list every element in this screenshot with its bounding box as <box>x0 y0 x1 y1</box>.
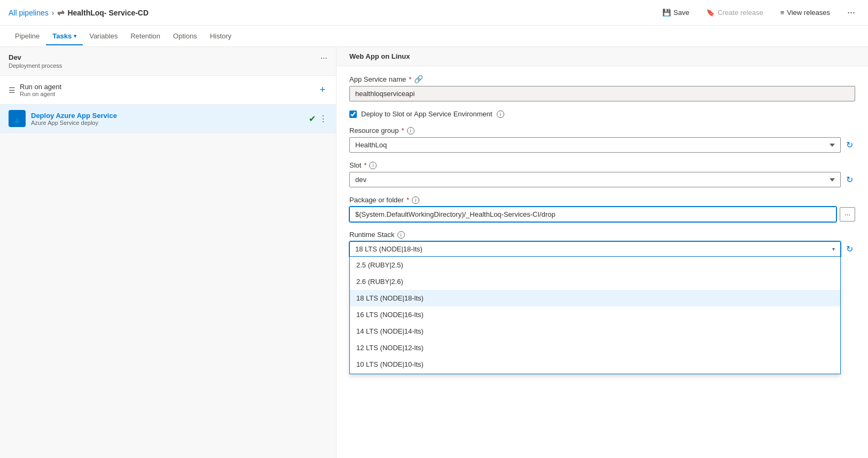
package-folder-label: Package or folder * i <box>349 196 855 204</box>
all-pipelines-link[interactable]: All pipelines <box>9 9 49 17</box>
runtime-stack-dropdown-list: 2.5 (RUBY|2.5) 2.6 (RUBY|2.6) 18 LTS (NO… <box>349 257 841 374</box>
task-subtitle: Azure App Service deploy <box>31 120 303 126</box>
link-icon[interactable]: 🔗 <box>414 75 423 83</box>
task-more-button[interactable]: ⋮ <box>319 114 327 124</box>
resource-group-select[interactable]: HealthLoq <box>349 137 841 153</box>
stage-info: Dev Deployment process <box>9 53 62 69</box>
deploy-to-slot-checkbox[interactable] <box>349 110 357 118</box>
deploy-to-slot-info-icon[interactable]: i <box>497 110 504 118</box>
runtime-option-node18[interactable]: 18 LTS (NODE|18-lts) <box>350 290 840 306</box>
runtime-stack-label: Runtime Stack i <box>349 231 855 239</box>
save-icon: 💾 <box>662 9 671 17</box>
task-item[interactable]: Deploy Azure App Service Azure App Servi… <box>0 105 336 133</box>
package-folder-input[interactable] <box>349 207 836 222</box>
add-task-button[interactable]: + <box>317 82 327 98</box>
runtime-option-node10[interactable]: 10 LTS (NODE|10-lts) <box>350 356 840 373</box>
slot-label: Slot * i <box>349 161 855 169</box>
task-status: ✔ ⋮ <box>309 114 327 124</box>
stage-title: Dev <box>9 53 62 61</box>
topbar-actions: 💾 Save 🔖 Create release ≡ View releases … <box>658 5 859 20</box>
right-panel: Web App on Linux App Service name * 🔗 De… <box>337 47 868 458</box>
runtime-stack-dropdown-container: 18 LTS (NODE|18-lts) ▾ 2.5 (RUBY|2.5) 2.… <box>349 241 841 257</box>
task-name: Deploy Azure App Service <box>31 112 303 120</box>
topbar: All pipelines › ⇌ HealthLoq- Service-CD … <box>0 0 868 26</box>
app-service-name-input[interactable] <box>349 86 855 101</box>
chevron-down-icon: ▾ <box>832 246 835 252</box>
tab-variables[interactable]: Variables <box>83 28 124 45</box>
slot-info-icon[interactable]: i <box>369 162 377 169</box>
list-icon: ≡ <box>780 9 785 17</box>
agent-icon: ☰ <box>9 86 15 94</box>
save-button[interactable]: 💾 Save <box>658 6 694 19</box>
nav-tabs: Pipeline Tasks ▾ Variables Retention Opt… <box>0 26 868 47</box>
runtime-stack-selected[interactable]: 18 LTS (NODE|18-lts) ▾ <box>349 241 841 257</box>
required-marker-slot: * <box>364 161 366 169</box>
pipeline-icon: ⇌ <box>57 7 64 18</box>
agent-section: ☰ Run on agent Run on agent + <box>0 76 336 105</box>
breadcrumb-separator: › <box>52 9 54 17</box>
task-details: Deploy Azure App Service Azure App Servi… <box>31 112 303 126</box>
azure-task-icon <box>9 110 26 127</box>
runtime-stack-group: Runtime Stack i 18 LTS (NODE|18-lts) ▾ 2… <box>349 231 855 257</box>
agent-title: Run on agent <box>20 83 61 91</box>
runtime-option-node14[interactable]: 14 LTS (NODE|14-lts) <box>350 323 840 339</box>
main-layout: Dev Deployment process ··· ☰ Run on agen… <box>0 47 868 458</box>
runtime-option-ruby25[interactable]: 2.5 (RUBY|2.5) <box>350 257 840 273</box>
package-folder-input-wrap: ··· <box>349 207 855 222</box>
runtime-stack-wrap: 18 LTS (NODE|18-lts) ▾ 2.5 (RUBY|2.5) 2.… <box>349 241 855 257</box>
agent-text-block: Run on agent Run on agent <box>20 83 61 97</box>
more-options-button[interactable]: ··· <box>843 5 859 20</box>
package-folder-browse-button[interactable]: ··· <box>840 207 855 222</box>
resource-group-info-icon[interactable]: i <box>407 127 415 135</box>
runtime-stack-info-icon[interactable]: i <box>397 231 405 239</box>
stage-section: Dev Deployment process ··· <box>0 47 336 76</box>
package-folder-info-icon[interactable]: i <box>412 196 419 204</box>
package-folder-group: Package or folder * i ··· <box>349 196 855 222</box>
required-marker: * <box>409 75 411 83</box>
task-check-icon: ✔ <box>309 114 316 124</box>
left-panel: Dev Deployment process ··· ☰ Run on agen… <box>0 47 337 458</box>
resource-group-select-wrap: HealthLoq ↻ <box>349 137 855 153</box>
slot-group: Slot * i dev ↻ <box>349 161 855 187</box>
runtime-option-node16[interactable]: 16 LTS (NODE|16-lts) <box>350 306 840 323</box>
slot-select[interactable]: dev <box>349 172 841 187</box>
runtime-stack-refresh-button[interactable]: ↻ <box>844 242 855 256</box>
pipeline-title: ⇌ HealthLoq- Service-CD <box>57 7 148 18</box>
required-marker-pkg: * <box>406 196 409 204</box>
form-area: App Service name * 🔗 Deploy to Slot or A… <box>337 66 868 274</box>
runtime-option-ruby26[interactable]: 2.6 (RUBY|2.6) <box>350 273 840 290</box>
tab-retention[interactable]: Retention <box>124 28 167 45</box>
agent-subtitle: Run on agent <box>20 91 61 97</box>
resource-group-refresh-button[interactable]: ↻ <box>844 138 855 152</box>
stage-subtitle: Deployment process <box>9 62 62 69</box>
deploy-to-slot-row: Deploy to Slot or App Service Environmen… <box>349 110 855 118</box>
resource-group-group: Resource group * i HealthLoq ↻ <box>349 127 855 153</box>
app-service-name-label: App Service name * 🔗 <box>349 75 855 83</box>
required-marker-rg: * <box>402 127 404 135</box>
tasks-dropdown-icon: ▾ <box>74 33 76 39</box>
tab-pipeline[interactable]: Pipeline <box>9 28 46 45</box>
slot-select-wrap: dev ↻ <box>349 172 855 187</box>
tab-history[interactable]: History <box>204 28 238 45</box>
tab-tasks[interactable]: Tasks ▾ <box>46 28 83 45</box>
section-header: Web App on Linux <box>337 47 868 66</box>
deploy-to-slot-label: Deploy to Slot or App Service Environmen… <box>361 110 492 118</box>
runtime-option-node101[interactable]: 10.1 (NODE|10.1) <box>350 373 840 374</box>
pipeline-name: HealthLoq- Service-CD <box>67 9 148 17</box>
create-release-icon: 🔖 <box>706 9 715 17</box>
tab-options[interactable]: Options <box>167 28 204 45</box>
agent-info: ☰ Run on agent Run on agent <box>9 83 61 97</box>
view-releases-button[interactable]: ≡ View releases <box>776 6 834 19</box>
breadcrumb: All pipelines › ⇌ HealthLoq- Service-CD <box>9 7 658 18</box>
create-release-button[interactable]: 🔖 Create release <box>702 6 767 19</box>
runtime-option-node12[interactable]: 12 LTS (NODE|12-lts) <box>350 339 840 356</box>
app-service-name-group: App Service name * 🔗 <box>349 75 855 101</box>
stage-more-button[interactable]: ··· <box>320 53 327 63</box>
slot-refresh-button[interactable]: ↻ <box>844 172 855 187</box>
resource-group-label: Resource group * i <box>349 127 855 135</box>
